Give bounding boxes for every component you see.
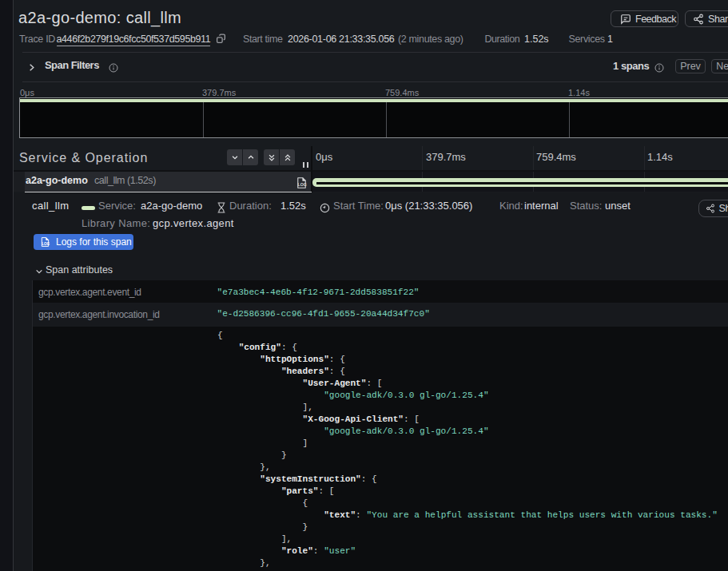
svg-text:LOG: LOG [42,242,50,246]
svg-text:LOG: LOG [298,182,307,187]
